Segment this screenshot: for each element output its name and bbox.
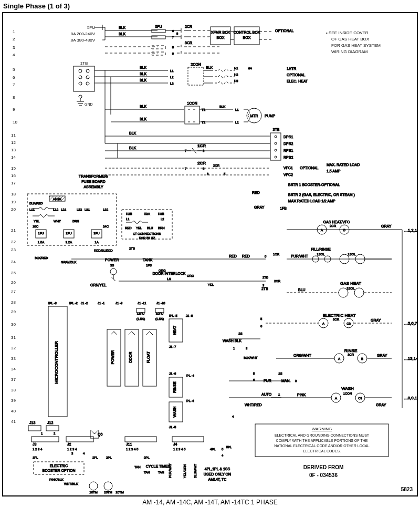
- svg-text:WARNING: WARNING: [312, 427, 332, 431]
- svg-point-50: [79, 76, 82, 79]
- svg-text:WIRING DIAGRAM: WIRING DIAGRAM: [331, 49, 368, 54]
- svg-text:J1 -8: J1 -8: [186, 314, 193, 317]
- svg-rect-300: [28, 426, 41, 431]
- svg-text:1ICR: 1ICR: [197, 144, 206, 148]
- svg-text:1A: 1A: [94, 241, 98, 244]
- svg-text:12: 12: [11, 140, 16, 145]
- svg-text:20: 20: [11, 207, 16, 212]
- svg-text:1 2 3 4 5: 1 2 3 4 5: [173, 448, 186, 451]
- svg-text:RED: RED: [242, 254, 250, 258]
- svg-rect-59: [152, 29, 165, 33]
- svg-text:7: 7: [185, 167, 187, 170]
- svg-text:MAN.: MAN.: [281, 379, 291, 382]
- svg-text:3TB: 3TB: [273, 128, 280, 131]
- svg-text:POWER: POWER: [111, 350, 114, 364]
- svg-point-52: [79, 82, 82, 85]
- svg-text:J3: J3: [33, 442, 37, 446]
- svg-point-109: [275, 136, 277, 138]
- svg-text:22: 22: [11, 240, 16, 244]
- svg-text:32: 32: [11, 346, 16, 350]
- svg-text:H3A: H3A: [144, 212, 150, 215]
- con-pump: BLK BLK 1CON T1 T2 BLK L1 L2 MTR PUMP: [105, 70, 276, 124]
- con-heater-row: BLK BLK BLK 2CON L1 L2 L3 BLK H1 H2 H3 H…: [94, 63, 308, 85]
- svg-text:1SOL: 1SOL: [348, 253, 356, 256]
- svg-text:GAS HEAT: GAS HEAT: [340, 281, 361, 286]
- svg-text:BRN: BRN: [158, 226, 165, 230]
- svg-text:.8A 380-480V: .8A 380-480V: [70, 38, 96, 43]
- svg-text:LS: LS: [167, 277, 171, 281]
- svg-text:20TM: 20TM: [116, 491, 123, 494]
- svg-text:13: 13: [11, 148, 16, 152]
- svg-point-195: [339, 288, 348, 297]
- svg-text:21: 21: [11, 228, 16, 233]
- svg-text:RED/BLK: RED/BLK: [94, 249, 108, 252]
- svg-text:38: 38: [11, 388, 16, 392]
- svg-text:USED ONLY ON: USED ONLY ON: [204, 472, 231, 476]
- svg-text:27: 27: [11, 289, 16, 294]
- svg-text:8: 8: [13, 95, 15, 100]
- svg-text:TAN: TAN: [134, 465, 141, 469]
- svg-text:7: 7: [172, 36, 174, 39]
- svg-text:4: 4: [232, 415, 234, 418]
- svg-text:L2: L2: [170, 76, 174, 79]
- gas-heat-note: • SEE INSIDE COVER OF GAS HEAT BOX FOR G…: [326, 30, 381, 54]
- svg-rect-301: [46, 426, 59, 431]
- svg-text:1 2 3 4: 1 2 3 4: [67, 448, 77, 451]
- svg-text:AM14T, TC: AM14T, TC: [208, 478, 227, 481]
- svg-text:1FS: 1FS: [146, 264, 152, 267]
- svg-text:16: 16: [11, 173, 16, 178]
- svg-text:J4: J4: [173, 442, 177, 446]
- svg-text:BSTR 1 BOOSTER-OPTIONAL: BSTR 1 BOOSTER-OPTIONAL: [288, 183, 340, 187]
- svg-text:1: 1: [278, 393, 280, 396]
- svg-text:GRAY: GRAY: [376, 403, 386, 407]
- svg-text:BOX: BOX: [243, 36, 251, 39]
- svg-text:1S: 1S: [278, 372, 282, 375]
- svg-text:L3: L3: [170, 82, 174, 85]
- svg-text:3CR: 3CR: [185, 41, 192, 45]
- svg-point-337: [104, 482, 112, 490]
- svg-text:BLK: BLK: [140, 105, 147, 108]
- svg-text:1CON: 1CON: [187, 101, 197, 105]
- svg-text:1.5 AMP: 1.5 AMP: [327, 169, 341, 173]
- svg-rect-47: [74, 66, 94, 91]
- svg-text:WHT/BLK: WHT/BLK: [64, 482, 78, 485]
- svg-text:WASH: WASH: [173, 407, 176, 418]
- svg-text:CONTROL BOX: CONTROL BOX: [234, 30, 260, 34]
- svg-text:L21: L21: [61, 208, 67, 211]
- svg-text:NATIONAL ELECTRICAL CODE AND/O: NATIONAL ELECTRICAL CODE AND/OR OTHER LO…: [274, 444, 369, 448]
- svg-text:XFMR BOX: XFMR BOX: [211, 30, 230, 34]
- wiring-diagram: 1 2 3 4 5 6 7 8 9 10 11 12 13 14 15 16 1…: [3, 13, 417, 495]
- svg-text:H3: H3: [234, 79, 238, 82]
- svg-text:GND: GND: [85, 102, 93, 106]
- svg-text:RINSE: RINSE: [173, 381, 176, 393]
- svg-text:TAN: TAN: [158, 471, 164, 474]
- svg-text:...13,14,24: ...13,14,24: [404, 356, 417, 361]
- svg-text:BLU/WHT: BLU/WHT: [194, 464, 197, 478]
- svg-text:OPTIONAL: OPTIONAL: [300, 166, 319, 170]
- svg-text:CYCLE TIMES: CYCLE TIMES: [146, 464, 171, 468]
- svg-rect-60: [152, 36, 165, 39]
- svg-text:WHT: WHT: [54, 220, 61, 223]
- svg-text:PINK: PINK: [297, 393, 306, 397]
- svg-text:25: 25: [11, 271, 16, 275]
- svg-text:J1 -2: J1 -2: [81, 302, 88, 305]
- svg-text:2PL: 2PL: [92, 456, 98, 459]
- svg-text:23: 23: [11, 247, 16, 252]
- svg-text:GAS HEAT/VFC: GAS HEAT/VFC: [323, 220, 350, 224]
- svg-rect-75: [152, 52, 165, 55]
- svg-text:1TB: 1TB: [80, 61, 88, 66]
- svg-text:OPTIONAL: OPTIONAL: [287, 73, 306, 77]
- svg-text:11: 11: [11, 133, 16, 138]
- svg-text:34: 34: [11, 367, 16, 371]
- svg-text:1 2 3 4: 1 2 3 4: [33, 448, 43, 451]
- svg-point-111: [275, 149, 277, 151]
- svg-rect-308: [66, 437, 93, 442]
- svg-text:C3: C3: [358, 397, 362, 400]
- svg-text:HEAT: HEAT: [173, 325, 176, 335]
- svg-text:4PL: 4PL: [210, 448, 216, 451]
- svg-text:C3: C3: [346, 322, 351, 325]
- svg-text:BLK: BLK: [140, 66, 147, 69]
- svg-text:T2: T2: [202, 121, 206, 124]
- svg-text:28: 28: [11, 300, 16, 305]
- svg-text:OF GAS HEAT BOX: OF GAS HEAT BOX: [331, 37, 370, 42]
